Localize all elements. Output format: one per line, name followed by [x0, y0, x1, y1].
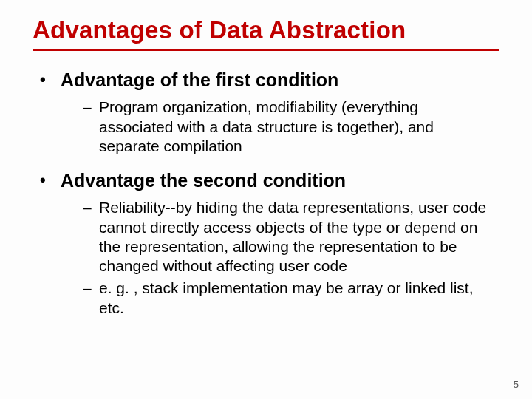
slide-title: Advantages of Data Abstraction	[33, 16, 499, 44]
sub-bullet-item: Program organization, modifiability (eve…	[83, 98, 494, 156]
sub-bullet-list: Program organization, modifiability (eve…	[61, 98, 499, 156]
sub-bullet-text: e. g. , stack implementation may be arra…	[99, 279, 474, 316]
bullet-list: Advantage of the first condition Program…	[33, 69, 499, 318]
sub-bullet-text: Program organization, modifiability (eve…	[99, 98, 434, 154]
sub-bullet-item: Reliability--by hiding the data represen…	[83, 198, 494, 276]
sub-bullet-item: e. g. , stack implementation may be arra…	[83, 279, 494, 318]
bullet-item: Advantage the second condition Reliabili…	[40, 169, 499, 318]
bullet-item: Advantage of the first condition Program…	[40, 69, 499, 156]
slide: Advantages of Data Abstraction Advantage…	[0, 0, 532, 399]
bullet-text: Advantage the second condition	[61, 170, 346, 191]
bullet-text: Advantage of the first condition	[61, 69, 338, 90]
sub-bullet-list: Reliability--by hiding the data represen…	[61, 198, 499, 318]
title-underline	[33, 49, 499, 51]
page-number: 5	[514, 379, 519, 390]
sub-bullet-text: Reliability--by hiding the data represen…	[99, 199, 486, 274]
